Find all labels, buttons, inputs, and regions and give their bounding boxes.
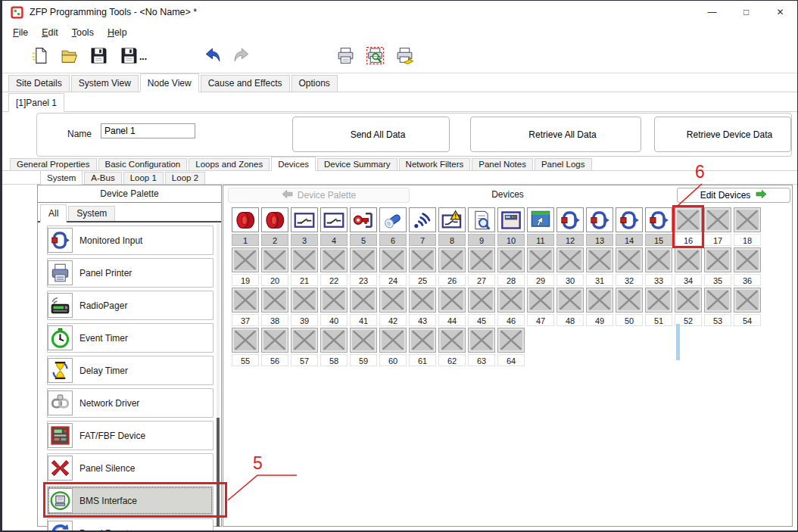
- device-cell-18[interactable]: 18: [734, 207, 761, 246]
- device-cell-41[interactable]: 41: [350, 288, 377, 326]
- device-cell-25[interactable]: 25: [409, 247, 436, 286]
- device-cell-44[interactable]: 44: [438, 288, 466, 326]
- device-cell-23[interactable]: 23: [350, 247, 377, 286]
- maximize-button[interactable]: □: [729, 1, 763, 23]
- open-file-button[interactable]: [57, 45, 81, 68]
- device-cell-12[interactable]: 12: [556, 207, 584, 246]
- panel-tab-basic-configuration[interactable]: Basic Configuration: [98, 158, 188, 170]
- device-cell-33[interactable]: 33: [645, 247, 672, 286]
- device-cell-19[interactable]: 19: [232, 247, 259, 286]
- device-cell-37[interactable]: 37: [232, 288, 259, 326]
- panel-tab-loops-and-zones[interactable]: Loops and Zones: [189, 158, 270, 170]
- new-file-button[interactable]: [27, 45, 51, 68]
- device-cell-64[interactable]: 64: [497, 328, 525, 366]
- panel-tab-network-filters[interactable]: Network Filters: [399, 158, 471, 170]
- palette-item-panel-printer[interactable]: Panel Printer: [47, 258, 214, 288]
- device-cell-9[interactable]: 9: [468, 207, 495, 246]
- device-cell-8[interactable]: 8: [438, 207, 466, 246]
- device-cell-26[interactable]: 26: [438, 247, 466, 286]
- panel-tab-device-summary[interactable]: Device Summary: [317, 158, 397, 170]
- device-cell-24[interactable]: 24: [379, 247, 407, 286]
- palette-item-event-timer[interactable]: Event Timer: [47, 323, 214, 353]
- print-setup-button[interactable]: [392, 45, 416, 68]
- device-cell-30[interactable]: 30: [556, 247, 584, 286]
- device-cell-34[interactable]: 34: [675, 247, 702, 286]
- close-button[interactable]: ✕: [763, 1, 797, 23]
- device-cell-50[interactable]: 50: [616, 288, 643, 326]
- device-cell-57[interactable]: 57: [291, 328, 318, 366]
- device-cell-54[interactable]: 54: [734, 288, 761, 326]
- loop-tab-loop-1[interactable]: Loop 1: [123, 172, 164, 184]
- undo-button[interactable]: [200, 45, 224, 68]
- device-cell-36[interactable]: 36: [734, 247, 761, 286]
- loop-tab-system[interactable]: System: [40, 170, 83, 185]
- tab-cause-and-effects[interactable]: Cause and Effects: [201, 75, 290, 92]
- palette-tab-all[interactable]: All: [40, 204, 67, 222]
- panel-tab-devices[interactable]: Devices: [271, 157, 316, 171]
- device-cell-17[interactable]: 17: [704, 207, 731, 246]
- panel-tab-panel-notes[interactable]: Panel Notes: [472, 158, 533, 170]
- loop-tab-a-bus[interactable]: A-Bus: [84, 172, 121, 184]
- device-cell-4[interactable]: 4: [320, 207, 348, 246]
- palette-item-monitored-input[interactable]: Monitored Input: [47, 226, 214, 255]
- tab-options[interactable]: Options: [291, 75, 338, 92]
- palette-item-panel-reset[interactable]: Panel Reset: [47, 518, 214, 532]
- menu-edit[interactable]: Edit: [35, 26, 65, 39]
- device-cell-15[interactable]: 15: [645, 207, 672, 246]
- device-cell-2[interactable]: 2: [261, 207, 288, 246]
- device-cell-42[interactable]: 42: [379, 288, 407, 326]
- device-cell-45[interactable]: 45: [468, 288, 495, 326]
- tab-system-view[interactable]: System View: [71, 75, 139, 92]
- device-cell-56[interactable]: 56: [261, 328, 288, 366]
- node-tab-1-panel-1[interactable]: [1]Panel 1: [8, 93, 64, 112]
- device-cell-7[interactable]: 7: [409, 207, 436, 246]
- device-cell-46[interactable]: 46: [497, 288, 525, 326]
- device-cell-3[interactable]: 3: [291, 207, 318, 246]
- device-cell-1[interactable]: 1: [232, 207, 259, 246]
- device-cell-53[interactable]: 53: [704, 288, 731, 326]
- device-cell-31[interactable]: 31: [586, 247, 613, 286]
- device-cell-43[interactable]: 43: [409, 288, 436, 326]
- device-cell-29[interactable]: 29: [527, 247, 554, 286]
- device-cell-28[interactable]: 28: [497, 247, 525, 286]
- device-cell-16[interactable]: 16: [675, 207, 702, 246]
- minimize-button[interactable]: —: [695, 1, 729, 23]
- device-cell-35[interactable]: 35: [704, 247, 731, 286]
- save-button[interactable]: [86, 45, 111, 68]
- send-all-data-button[interactable]: Send All Data: [292, 117, 450, 152]
- device-cell-58[interactable]: 58: [320, 328, 348, 366]
- device-cell-27[interactable]: 27: [468, 247, 495, 286]
- palette-tab-system[interactable]: System: [68, 206, 115, 221]
- panel-name-input[interactable]: [101, 123, 195, 138]
- device-cell-55[interactable]: 55: [232, 328, 259, 366]
- retrieve-all-data-button[interactable]: Retrieve All Data: [470, 117, 641, 152]
- menu-help[interactable]: Help: [101, 26, 134, 39]
- panel-tab-panel-logs[interactable]: Panel Logs: [535, 158, 592, 170]
- loop-tab-loop-2[interactable]: Loop 2: [165, 172, 205, 184]
- device-cell-63[interactable]: 63: [468, 328, 495, 366]
- device-cell-5[interactable]: 5: [350, 207, 377, 246]
- device-cell-14[interactable]: 14: [616, 207, 643, 246]
- device-cell-21[interactable]: 21: [291, 247, 318, 286]
- device-cell-10[interactable]: 10: [497, 207, 525, 246]
- palette-item-bms-interface[interactable]: BMS Interface: [47, 486, 214, 515]
- palette-item-fat-fbf-device[interactable]: FAT/FBF Device: [47, 421, 214, 450]
- device-cell-20[interactable]: 20: [261, 247, 288, 286]
- device-cell-13[interactable]: 13: [586, 207, 613, 246]
- device-cell-11[interactable]: 11: [527, 207, 554, 246]
- device-cell-47[interactable]: 47: [527, 288, 554, 326]
- edit-devices-button[interactable]: Edit Devices: [677, 188, 790, 203]
- retrieve-device-data-button[interactable]: Retrieve Device Data: [654, 117, 791, 152]
- device-cell-40[interactable]: 40: [320, 288, 348, 326]
- print-button[interactable]: [333, 45, 357, 68]
- menu-file[interactable]: File: [6, 26, 35, 39]
- device-cell-51[interactable]: 51: [645, 288, 672, 326]
- device-cell-62[interactable]: 62: [438, 328, 466, 366]
- device-cell-38[interactable]: 38: [261, 288, 288, 326]
- palette-scrollbar-thumb[interactable]: [217, 418, 220, 527]
- device-cell-59[interactable]: 59: [350, 328, 377, 366]
- device-cell-6[interactable]: 6: [379, 207, 407, 246]
- palette-item-network-driver[interactable]: Network Driver: [47, 388, 214, 418]
- tab-node-view[interactable]: Node View: [140, 73, 199, 92]
- device-cell-39[interactable]: 39: [291, 288, 318, 326]
